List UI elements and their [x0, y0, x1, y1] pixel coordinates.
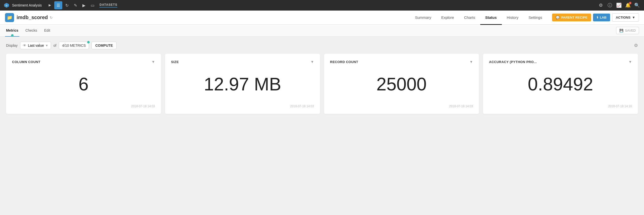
top-bar-right: ⚙ ⓘ 📈 🔔 1 🔍 [597, 1, 641, 9]
dataset-name: imdb_scored [17, 15, 48, 20]
card-header-column-count: COLUMN COUNT ▼ [12, 60, 155, 64]
tab-history[interactable]: History [502, 11, 524, 25]
of-label: of [53, 43, 57, 47]
card-header-accuracy: ACCURACY (PYTHON PRO... ▼ [489, 60, 632, 64]
notification-badge: 1 [629, 2, 631, 4]
tab-explore[interactable]: Explore [436, 11, 459, 25]
tab-status[interactable]: Status [480, 11, 502, 25]
metrics-cards: COLUMN COUNT ▼ 6 2018-07-18 14:03 SIZE ▼… [6, 54, 638, 114]
card-header-record-count: RECORD COUNT ▼ [330, 60, 473, 64]
top-bar: D Sentiment Analysis ► ☰ ↻ ✎ ▶ ▭ DATASET… [0, 0, 644, 11]
flask-icon: ⚕ [597, 16, 598, 19]
card-timestamp-record-count: 2018-07-18 14:03 [330, 104, 473, 108]
card-header-size: SIZE ▼ [171, 60, 314, 64]
card-value-column-count: 6 [12, 64, 155, 104]
stack-icon[interactable]: ☰ [54, 1, 62, 9]
top-bar-icons: ► ☰ ↻ ✎ ▶ ▭ [46, 1, 96, 9]
eye-icon: 👁 [23, 43, 26, 47]
settings-icon[interactable]: ⚙ [597, 1, 605, 9]
tab-summary[interactable]: Summary [410, 11, 436, 25]
chevron-down-icon: ▼ [45, 44, 48, 47]
metric-card-size: SIZE ▼ 12.97 MB 2018-07-18 14:03 [165, 54, 320, 114]
compute-button[interactable]: COMPUTE [91, 42, 117, 49]
metrics-toolbar: Display 👁 Last value ▼ of 4/10 METRICS C… [6, 42, 638, 49]
help-icon[interactable]: ⓘ [606, 1, 614, 9]
metrics-indicator [11, 34, 14, 37]
save-icon: 💾 [619, 29, 623, 32]
play-icon[interactable]: ▶ [80, 1, 88, 9]
card-value-size: 12.97 MB [171, 64, 314, 104]
activity-icon[interactable]: 📈 [615, 1, 623, 9]
svg-text:D: D [6, 4, 8, 7]
card-timestamp-column-count: 2018-07-18 14:03 [12, 104, 155, 108]
card-dropdown-accuracy[interactable]: ▼ [628, 60, 632, 64]
display-label: Display [6, 43, 18, 47]
card-timestamp-accuracy: 2018-07-18 14:16 [489, 104, 632, 108]
toolbar-settings-icon[interactable]: ⚙ [634, 43, 638, 48]
tab-nav: Summary Explore Charts Status History Se… [410, 11, 547, 25]
sub-nav: Metrics Checks Edit 💾 SAVED [0, 25, 644, 37]
sub-nav-edit[interactable]: Edit [43, 25, 51, 37]
edit-icon[interactable]: ✎ [71, 1, 79, 9]
chat-icon: 💬 [556, 16, 560, 19]
forward-icon[interactable]: ► [46, 1, 54, 9]
metric-card-accuracy: ACCURACY (PYTHON PRO... ▼ 0.89492 2018-0… [483, 54, 638, 114]
metrics-selector-button[interactable]: 4/10 METRICS [59, 42, 89, 49]
metric-card-record-count: RECORD COUNT ▼ 25000 2018-07-18 14:03 [324, 54, 479, 114]
card-title-size: SIZE [171, 60, 179, 64]
lab-button[interactable]: ⚕ LAB [593, 14, 610, 21]
sub-nav-checks[interactable]: Checks [24, 25, 38, 37]
display-select[interactable]: 👁 Last value ▼ [20, 42, 51, 49]
dataset-refresh-icon[interactable]: ↻ [50, 16, 53, 20]
card-dropdown-column-count[interactable]: ▼ [151, 60, 155, 64]
second-bar-actions: 💬 PARENT RECIPE ⚕ LAB ACTIONS ▼ [552, 13, 639, 22]
parent-recipe-button[interactable]: 💬 PARENT RECIPE [552, 14, 591, 21]
tab-charts[interactable]: Charts [459, 11, 480, 25]
actions-button[interactable]: ACTIONS ▼ [612, 13, 639, 22]
card-value-record-count: 25000 [330, 64, 473, 104]
dataset-folder-icon: 📁 [5, 13, 14, 22]
tab-settings[interactable]: Settings [523, 11, 547, 25]
card-timestamp-size: 2018-07-18 14:03 [171, 104, 314, 108]
card-title-accuracy: ACCURACY (PYTHON PRO... [489, 60, 537, 64]
datasets-label: DATASETS [99, 3, 117, 8]
search-icon[interactable]: 🔍 [633, 1, 641, 9]
metrics-dot-indicator [87, 41, 90, 43]
card-dropdown-size[interactable]: ▼ [310, 60, 314, 64]
saved-button[interactable]: 💾 SAVED [616, 27, 639, 34]
metric-card-column-count: COLUMN COUNT ▼ 6 2018-07-18 14:03 [6, 54, 161, 114]
second-bar: 📁 imdb_scored ↻ Summary Explore Charts S… [0, 11, 644, 25]
sub-nav-metrics[interactable]: Metrics [5, 25, 19, 37]
card-value-accuracy: 0.89492 [489, 64, 632, 104]
main-content: Display 👁 Last value ▼ of 4/10 METRICS C… [0, 37, 644, 119]
chevron-down-icon: ▼ [632, 16, 635, 19]
refresh-icon[interactable]: ↻ [63, 1, 71, 9]
monitor-icon[interactable]: ▭ [88, 1, 96, 9]
card-title-column-count: COLUMN COUNT [12, 60, 40, 64]
card-dropdown-record-count[interactable]: ▼ [469, 60, 473, 64]
sub-nav-right: 💾 SAVED [616, 27, 639, 34]
card-title-record-count: RECORD COUNT [330, 60, 358, 64]
notification-icon[interactable]: 🔔 1 [624, 1, 632, 9]
app-logo: D [3, 2, 10, 9]
app-title: Sentiment Analysis [12, 3, 42, 7]
